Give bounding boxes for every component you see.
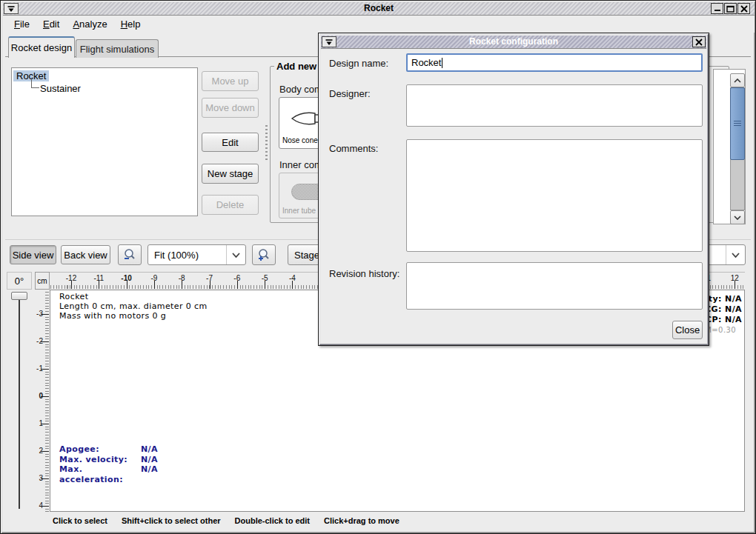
minimize-icon — [714, 5, 721, 12]
status-hint: Click+drag to move — [324, 516, 399, 525]
button-label: Back view — [64, 250, 107, 261]
ruler-label: -4 — [289, 274, 296, 282]
side-view-button[interactable]: Side view — [10, 245, 56, 264]
window-title: Rocket — [3, 2, 755, 15]
close-button[interactable] — [737, 3, 750, 14]
dialog-close-action-button[interactable]: Close — [672, 321, 703, 339]
ruler-label: -10 — [121, 274, 131, 282]
dialog-close-button[interactable] — [692, 36, 706, 47]
status-line: CP: N/A — [705, 315, 742, 325]
flight-data-row: Max. velocity:N/A — [59, 455, 158, 465]
dialog-menu-icon[interactable] — [322, 36, 336, 47]
maximize-icon — [726, 5, 735, 13]
revision-history-textarea[interactable] — [406, 262, 703, 310]
scrollbar-thumb[interactable] — [730, 87, 745, 160]
tab-label: Flight simulations — [80, 44, 154, 55]
combo-arrow[interactable] — [226, 245, 245, 264]
rotation-slider-track[interactable] — [19, 297, 20, 509]
designer-textarea[interactable] — [406, 84, 703, 127]
combo-arrow[interactable] — [726, 245, 745, 264]
dialog-titlebar[interactable]: Rocket configuration — [321, 36, 706, 49]
mach-label: M=0.30 — [705, 326, 736, 334]
inner-tube-label: Inner tube — [282, 207, 316, 215]
ruler-label: 3 — [35, 474, 43, 482]
edit-button[interactable]: Edit — [202, 133, 259, 152]
splitter-handle[interactable] — [265, 125, 268, 161]
menu-item-help[interactable]: Help — [114, 17, 147, 31]
stability-status-text: ity: N/ACG: N/ACP: N/A — [705, 294, 742, 325]
magnifier-plus-icon — [257, 248, 271, 261]
menu-item-analyze[interactable]: Analyze — [66, 17, 113, 31]
button-label: Side view — [13, 250, 54, 261]
move-up-button[interactable]: Move up — [202, 71, 259, 91]
design-name-value: Rocket — [411, 57, 441, 68]
delete-button[interactable]: Delete — [202, 195, 259, 215]
chevron-up-icon — [734, 79, 741, 83]
vertical-ruler: -3-2-101234 — [35, 290, 50, 512]
ruler-label: -11 — [93, 274, 104, 282]
rocket-info-line: Mass with no motors 0 g — [59, 311, 208, 321]
ruler-label: -7 — [206, 274, 213, 282]
dialog-title: Rocket configuration — [321, 36, 706, 48]
comments-label: Comments: — [329, 143, 378, 154]
tree-item-sustainer[interactable]: Sustainer — [13, 82, 197, 95]
rocket-info-line: Rocket — [59, 292, 208, 301]
tree-item-rocket[interactable]: Rocket — [13, 70, 197, 82]
zoom-in-button[interactable] — [252, 244, 276, 265]
main-window: Rocket FileEditAnalyzeHelp Rocket design… — [0, 0, 756, 534]
scroll-up-button[interactable] — [730, 73, 745, 87]
tree-connector-line — [31, 78, 39, 88]
rocket-info-text: RocketLength 0 cm, max. diameter 0 cmMas… — [59, 292, 208, 321]
design-name-label: Design name: — [329, 58, 388, 69]
rotation-slider-handle[interactable] — [11, 292, 27, 300]
ruler-label: 2 — [35, 447, 43, 455]
minimize-button[interactable] — [711, 3, 723, 14]
ruler-label: -1 — [35, 364, 43, 373]
ruler-label: 4 — [35, 501, 43, 510]
flight-data-text: Apogee:N/AMax. velocity:N/AMax. accelera… — [59, 444, 158, 484]
revision-history-label: Revision history: — [329, 268, 399, 279]
window-menu-icon[interactable] — [4, 3, 19, 14]
tab-flight-simulations[interactable]: Flight simulations — [76, 39, 159, 58]
move-down-button[interactable]: Move down — [202, 98, 259, 118]
ruler-label: -2 — [35, 337, 43, 345]
ruler-label: -12 — [66, 274, 76, 282]
flight-data-row: Max. acceleration:N/A — [59, 464, 158, 484]
menu-item-file[interactable]: File — [7, 17, 36, 31]
comments-textarea[interactable] — [406, 139, 703, 252]
ruler-unit-box: cm — [35, 272, 50, 290]
system-menu-icon — [7, 5, 16, 13]
ruler-label: 12 — [731, 274, 739, 282]
close-icon — [695, 39, 703, 46]
window-titlebar[interactable]: Rocket — [3, 2, 755, 16]
tab-rocket-design[interactable]: Rocket design — [8, 36, 75, 58]
flight-data-value: N/A — [141, 444, 158, 455]
maximize-button[interactable] — [724, 3, 737, 14]
rocket-configuration-dialog: Rocket configuration Design name: Rocket… — [318, 33, 709, 346]
flight-data-value: N/A — [141, 464, 158, 484]
button-label: Stage — [294, 250, 319, 261]
button-label: Edit — [222, 137, 238, 148]
status-hint: Shift+click to select other — [122, 516, 221, 525]
flight-data-label: Max. acceleration: — [59, 464, 141, 484]
back-view-button[interactable]: Back view — [61, 245, 110, 264]
zoom-level-combobox[interactable]: Fit (100%) — [147, 244, 246, 265]
status-line: CG: N/A — [705, 304, 742, 315]
scroll-down-button[interactable] — [730, 210, 745, 224]
menu-item-edit[interactable]: Edit — [36, 17, 66, 31]
body-components-label: Body com — [279, 84, 322, 95]
inner-components-label: Inner com — [279, 159, 322, 170]
text-caret — [442, 58, 442, 68]
menu-underline: H — [121, 19, 127, 30]
design-name-input[interactable]: Rocket — [406, 53, 703, 72]
zoom-level-value: Fit (100%) — [148, 250, 226, 261]
system-menu-icon — [325, 39, 334, 46]
flight-data-row: Apogee:N/A — [59, 444, 158, 455]
new-stage-button[interactable]: New stage — [202, 164, 259, 184]
component-tree-panel: Rocket Sustainer — [11, 67, 198, 216]
zoom-out-button[interactable] — [118, 244, 142, 265]
menu-underline: F — [14, 19, 20, 30]
status-line: ity: N/A — [705, 294, 742, 304]
ruler-label: -9 — [150, 274, 157, 282]
flight-data-label: Apogee: — [59, 444, 141, 455]
